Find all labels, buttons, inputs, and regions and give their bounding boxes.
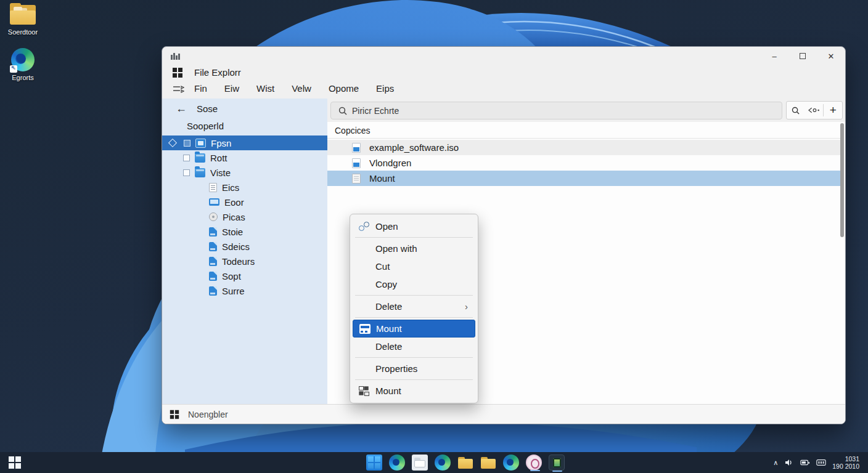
iso-file-icon [352,158,361,168]
tree-item-fpsn[interactable]: Fpsn [162,135,327,150]
context-item-cut[interactable]: Cut [353,257,475,275]
tree-item-eics[interactable]: Eics [162,180,327,195]
context-item-open-with[interactable]: Open with [353,240,475,257]
folder-icon[interactable] [457,455,473,471]
tree-item-stoie[interactable]: Stoie [162,224,327,239]
pc-icon [195,139,206,148]
tray-time: 1031 [832,455,859,463]
running-indicator [552,471,562,472]
folder-icon[interactable] [480,455,496,471]
system-tray: ∧ 1031 190 2010 [773,452,859,473]
minimize-button[interactable]: – [760,47,788,65]
desktop: Soerdtoor Egrorts – ✕ File Explorr [0,0,868,473]
context-item-delete[interactable]: Delete [353,338,475,355]
vertical-scrollbar[interactable] [840,123,844,237]
toolbar-strip: + [786,101,843,119]
disc-icon [209,212,218,221]
navigation-sidebar: ← Sose Sooperld Fpsn Rott [162,99,327,404]
context-item-mount[interactable]: Mount [353,382,475,400]
tree-item-viste[interactable]: Viste [162,165,327,180]
window-title: File Explorr [194,67,241,78]
tree-item-rott[interactable]: Rott [162,150,327,165]
file-row-mount[interactable]: Mount [327,171,840,186]
file-row-iso[interactable]: example_software.iso [327,140,840,155]
edge-icon[interactable] [389,455,405,471]
context-item-copy[interactable]: Copy [353,275,475,293]
start-button[interactable] [366,455,382,471]
search-icon [338,107,347,115]
tree-item-sopt[interactable]: Sopt [162,269,327,283]
desktop-icon-label: Soerdtoor [0,28,49,36]
tree-item-picas[interactable]: Picas [162,209,327,224]
new-item-button[interactable]: + [824,102,842,119]
file-icon [209,286,217,296]
list-column-header[interactable]: Copcices [335,126,371,135]
monitor-icon [209,198,219,206]
shortcut-arrow-badge [10,65,17,73]
network-icon[interactable] [816,458,826,467]
file-icon [209,257,217,266]
context-menu: Open Open with Cut Copy Delete › Mount D… [350,214,478,403]
file-row-vlondgren[interactable]: Vlondgren [327,155,840,171]
menu-item-wist[interactable]: Wist [256,83,274,94]
toolbar-options-button[interactable] [805,102,824,119]
start-button-left[interactable] [9,456,21,469]
edge-icon[interactable] [435,455,451,471]
context-item-properties[interactable]: Properties [353,360,475,378]
menu-separator [355,357,473,358]
app-title-row: File Explorr [162,65,845,81]
menu-item-velw[interactable]: Velw [292,83,311,94]
search-box[interactable] [330,102,782,119]
tree-checkbox[interactable] [184,140,190,147]
tree-item-eoor[interactable]: Eoor [162,195,327,209]
maximize-icon [800,53,806,59]
menu-separator [355,317,473,318]
menu-separator [355,379,473,380]
sidebar-section-label: Sooperld [187,121,224,131]
tree-item-surre[interactable]: Surre [162,283,327,298]
menu-item-eiw[interactable]: Eiw [224,83,239,94]
edge-icon[interactable] [503,455,519,471]
menu-item-fin[interactable]: Fin [194,83,207,94]
package-app-icon[interactable] [549,455,565,471]
taskbar-center-icons [366,455,565,471]
iso-file-icon [352,143,361,153]
taskbar: ∧ 1031 190 2010 [0,452,868,473]
desktop-icon-edge[interactable]: Egrorts [0,48,49,81]
battery-icon[interactable] [800,458,810,467]
file-icon [209,272,217,281]
status-text: Noengbler [188,410,228,419]
close-button[interactable]: ✕ [817,47,845,65]
file-icon [352,174,361,184]
menu-item-opome[interactable]: Opome [329,83,359,94]
back-arrow-icon[interactable]: ← [176,102,187,115]
file-icon [209,227,217,236]
media-app-icon[interactable] [526,455,542,471]
context-item-delete-submenu[interactable]: Delete › [353,297,475,315]
window-controls: – ✕ [760,47,845,65]
app-logo-icon [173,68,182,78]
desktop-icon-folder[interactable]: Soerdtoor [0,5,49,36]
volume-icon[interactable] [784,458,794,467]
edge-icon [11,48,35,71]
diamond-icon [168,139,177,147]
tree-item-sdeics[interactable]: Sdeics [162,239,327,254]
file-explorer-icon[interactable] [412,455,428,471]
chevron-right-icon: › [465,301,468,312]
tray-clock[interactable]: 1031 190 2010 [832,455,859,470]
toolbar-search-button[interactable] [787,102,805,119]
search-band: + [327,99,846,122]
tree-checkbox[interactable] [183,169,190,176]
context-item-open[interactable]: Open [353,217,475,235]
back-navigation[interactable]: ← Sose [176,102,218,115]
menu-item-eips[interactable]: Eips [376,83,394,94]
maximize-button[interactable] [788,47,817,65]
context-item-mount-selected[interactable]: Mount [353,320,475,338]
search-input[interactable] [352,106,722,116]
tree-item-todeurs[interactable]: Todeurs [162,254,327,269]
folder-tree: Fpsn Rott Viste Eics E [162,135,327,298]
tray-chevron-icon[interactable]: ∧ [773,459,778,467]
running-indicator [530,470,540,472]
tree-checkbox[interactable] [183,155,190,161]
file-icon [209,242,217,251]
